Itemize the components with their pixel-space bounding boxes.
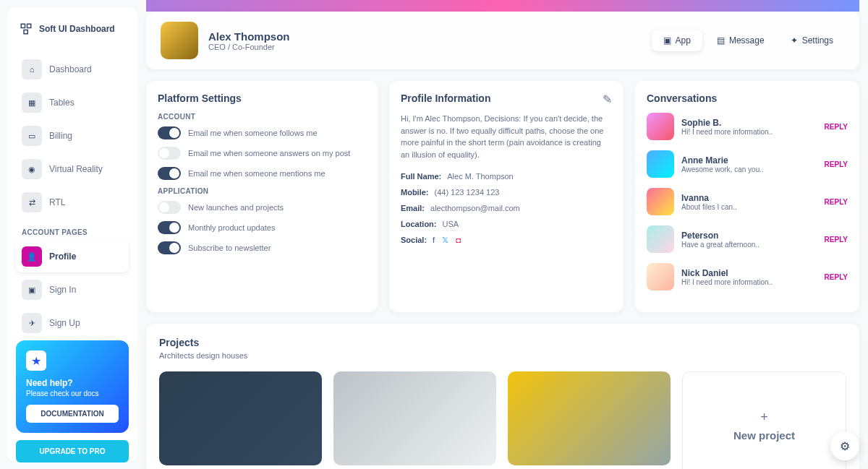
logo-text: Soft UI Dashboard: [39, 24, 115, 34]
conversation-avatar[interactable]: [647, 113, 674, 140]
nav-icon: ◉: [22, 159, 42, 179]
new-project-label: New project: [733, 429, 795, 442]
settings-fab[interactable]: ⚙: [830, 431, 859, 460]
nav-billing[interactable]: ▭Billing: [16, 120, 129, 152]
logo[interactable]: Soft UI Dashboard: [16, 19, 129, 39]
svg-rect-0: [21, 24, 25, 27]
conv-title: Conversations: [647, 92, 848, 104]
profile-role: CEO / Co-Founder: [208, 43, 290, 51]
account-label: ACCOUNT: [158, 113, 366, 121]
application-label: APPLICATION: [158, 187, 366, 195]
fullname-val: Alec M. Thompson: [447, 172, 514, 181]
svg-rect-1: [27, 24, 31, 27]
conversation-name: Anne Marie: [681, 155, 764, 165]
conversation-item: PetersonHave a great afternoon..REPLY: [647, 225, 848, 253]
nav-icon: ▦: [22, 92, 42, 113]
nav-label: Sign In: [49, 285, 76, 295]
profile-info-card: Profile Information ✎ Hi, I'm Alec Thomp…: [389, 81, 624, 312]
conversation-avatar[interactable]: [647, 188, 674, 215]
conversation-name: Ivanna: [681, 193, 737, 203]
tab-app[interactable]: ▣App: [652, 30, 702, 51]
project-item[interactable]: Project #1: [333, 371, 496, 469]
conversation-item: Nick DanielHi! I need more information..…: [647, 263, 848, 291]
nav-dashboard[interactable]: ⌂Dashboard: [16, 53, 129, 85]
documentation-button[interactable]: DOCUMENTATION: [26, 405, 119, 423]
profile-name: Alex Thompson: [208, 30, 290, 43]
header-tabs: ▣App ▤Message ✦Settings: [652, 30, 845, 51]
project-item[interactable]: Project #2: [159, 371, 322, 469]
profile-header: Alex Thompson CEO / Co-Founder ▣App ▤Mes…: [146, 12, 859, 69]
conversation-item: Anne MarieAwesome work, can you..REPLY: [647, 150, 848, 178]
conversation-msg: About files I can..: [681, 203, 737, 211]
tab-message[interactable]: ▤Message: [705, 30, 776, 51]
conversation-msg: Hi! I need more information..: [681, 128, 773, 136]
reply-button[interactable]: REPLY: [825, 123, 848, 131]
email-val: alecthompson@mail.com: [430, 204, 520, 212]
nav-icon: ⇄: [22, 192, 42, 212]
settings-title: Platform Settings: [158, 92, 366, 104]
nav-icon: 👤: [22, 246, 42, 267]
platform-settings-card: Platform Settings ACCOUNT Email me when …: [146, 81, 378, 312]
toggle-label: Subscribe to newsletter: [188, 244, 271, 252]
nav-virtual-reality[interactable]: ◉Virtual Reality: [16, 153, 129, 185]
toggle-switch[interactable]: [158, 241, 181, 254]
nav-label: Virtual Reality: [49, 164, 103, 174]
nav-sign-up[interactable]: ✈Sign Up: [16, 307, 129, 339]
conversation-msg: Awesome work, can you..: [681, 165, 764, 173]
banner: [146, 0, 859, 12]
toggle-label: New launches and projects: [188, 203, 284, 212]
toggle-label: Email me when someone follows me: [188, 129, 318, 137]
project-image: [159, 371, 322, 465]
tab-settings[interactable]: ✦Settings: [779, 30, 845, 51]
reply-button[interactable]: REPLY: [825, 236, 848, 244]
nav-label: Tables: [49, 98, 75, 108]
location-val: USA: [443, 220, 459, 228]
instagram-icon[interactable]: ◘: [456, 236, 461, 245]
info-title: Profile Information: [401, 92, 612, 104]
reply-button[interactable]: REPLY: [825, 198, 848, 206]
conversation-avatar[interactable]: [647, 263, 674, 291]
main-content: Alex Thompson CEO / Co-Founder ▣App ▤Mes…: [137, 0, 868, 469]
facebook-icon[interactable]: f: [433, 236, 435, 245]
conversation-avatar[interactable]: [647, 150, 674, 178]
twitter-icon[interactable]: 𝕏: [442, 236, 448, 245]
upgrade-button[interactable]: UPGRADE TO PRO: [16, 440, 129, 462]
toggle-switch[interactable]: [158, 147, 181, 160]
project-image: [508, 371, 671, 465]
reply-button[interactable]: REPLY: [825, 273, 848, 281]
reply-button[interactable]: REPLY: [825, 160, 848, 168]
toggle-label: Monthly product updates: [188, 223, 275, 232]
toggle-switch[interactable]: [158, 221, 181, 234]
toggle-row: Email me when someone follows me: [158, 126, 366, 139]
nav-label: Billing: [49, 131, 72, 141]
nav-rtl[interactable]: ⇄RTL: [16, 186, 129, 218]
toggle-switch[interactable]: [158, 201, 181, 214]
projects-card: Projects Architects design houses Projec…: [146, 324, 859, 469]
nav-icon: ▣: [22, 280, 42, 300]
toggle-switch[interactable]: [158, 126, 181, 139]
toggle-label: Email me when someone answers on my post: [188, 149, 350, 158]
toggle-row: Subscribe to newsletter: [158, 241, 366, 254]
nav-icon: ✈: [22, 313, 42, 333]
avatar[interactable]: [161, 22, 198, 59]
help-title: Need help?: [26, 378, 119, 388]
conversation-item: IvannaAbout files I can..REPLY: [647, 188, 848, 215]
new-project-button[interactable]: +New project: [682, 371, 846, 469]
projects-title: Projects: [159, 337, 846, 348]
toggle-row: New launches and projects: [158, 201, 366, 214]
toggle-row: Email me when someone mentions me: [158, 167, 366, 180]
nav-sign-in[interactable]: ▣Sign In: [16, 274, 129, 306]
project-item[interactable]: Project #3: [508, 371, 671, 469]
nav-section-label: ACCOUNT PAGES: [22, 228, 129, 236]
toggle-switch[interactable]: [158, 167, 181, 180]
conversation-avatar[interactable]: [647, 225, 674, 253]
edit-icon[interactable]: ✎: [603, 92, 612, 106]
toggle-row: Email me when someone answers on my post: [158, 147, 366, 160]
fullname-key: Full Name:: [401, 172, 441, 181]
conversation-name: Sophie B.: [681, 118, 773, 128]
nav-tables[interactable]: ▦Tables: [16, 87, 129, 119]
gear-icon: ⚙: [840, 439, 850, 453]
nav-profile[interactable]: 👤Profile: [16, 241, 129, 272]
nav-icon: ⌂: [22, 59, 42, 79]
star-icon: ★: [26, 350, 46, 371]
